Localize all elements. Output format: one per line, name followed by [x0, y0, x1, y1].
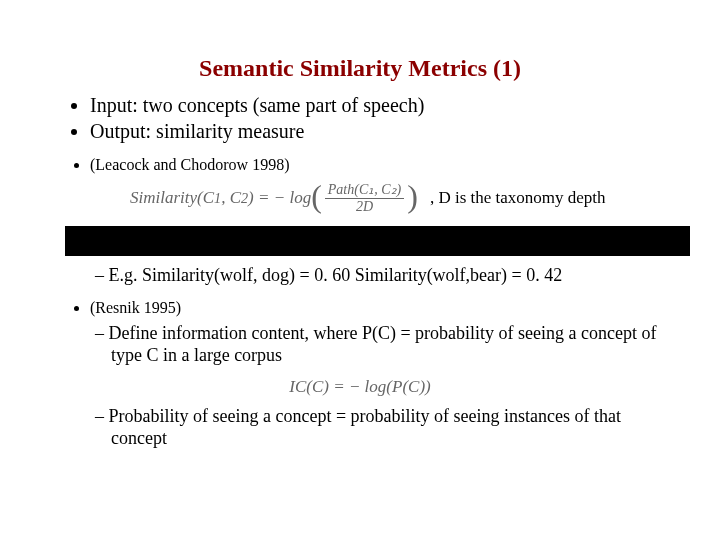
formula-sub2: 2: [241, 190, 248, 207]
resnik-prob: Probability of seeing a concept = probab…: [95, 405, 680, 450]
leacock-formula-row: Similarity(C1, C2) = − log ( Path(C₁, C₂…: [130, 182, 720, 214]
resnik-section: (Resnik 1995): [70, 299, 720, 317]
ic-formula: IC(C) = − log(P(C)): [0, 377, 720, 397]
bullet-input: Input: two concepts (same part of speech…: [90, 92, 720, 118]
slide-title: Semantic Similarity Metrics (1): [0, 55, 720, 82]
top-bullet-list: Input: two concepts (same part of speech…: [70, 92, 720, 144]
paren-open: (: [311, 180, 322, 212]
leacock-section: (Leacock and Chodorow 1998) Similarity(C…: [70, 156, 720, 214]
slide: Semantic Similarity Metrics (1) Input: t…: [0, 55, 720, 540]
leacock-example: E.g. Similarity(wolf, dog) = 0. 60 Simil…: [95, 264, 680, 287]
leacock-formula: Similarity(C1, C2) = − log ( Path(C₁, C₂…: [130, 182, 418, 214]
fraction: Path(C₁, C₂) 2D: [325, 182, 404, 214]
frac-den: 2D: [353, 199, 376, 214]
redaction-bar: [65, 226, 690, 256]
formula-eq: ) = − log: [248, 188, 311, 208]
formula-mid: , C: [221, 188, 241, 208]
resnik-ref: (Resnik 1995): [90, 299, 720, 317]
leacock-ref: (Leacock and Chodorow 1998): [90, 156, 720, 174]
frac-num: Path(C₁, C₂): [325, 182, 404, 198]
formula-lhs: Similarity(C: [130, 188, 214, 208]
resnik-def: Define information content, where P(C) =…: [95, 322, 680, 367]
taxonomy-note: , D is the taxonomy depth: [430, 188, 606, 208]
paren-close: ): [407, 180, 418, 212]
bullet-output: Output: similarity measure: [90, 118, 720, 144]
formula-sub1: 1: [214, 190, 221, 207]
